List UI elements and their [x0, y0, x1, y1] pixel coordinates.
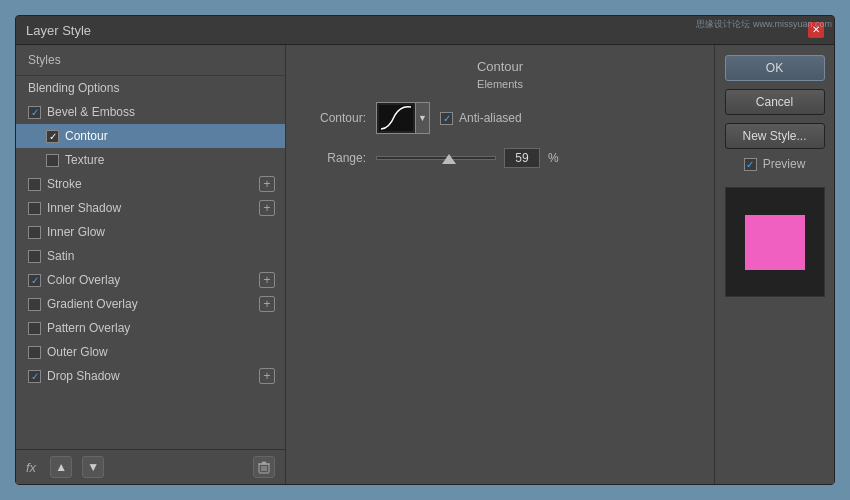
sub-title: Elements [306, 78, 694, 90]
sidebar-item-blending-options[interactable]: Blending Options [16, 76, 285, 100]
dialog-body: Styles Blending Options Bevel & Emboss C… [16, 45, 834, 484]
gradient-overlay-plus-button[interactable]: + [259, 296, 275, 312]
sidebar-item-color-overlay[interactable]: Color Overlay + [16, 268, 285, 292]
move-down-button[interactable]: ▼ [82, 456, 104, 478]
section-title: Contour [477, 59, 523, 74]
range-value[interactable]: 59 [504, 148, 540, 168]
color-overlay-checkbox[interactable] [28, 274, 41, 287]
range-slider[interactable] [376, 156, 496, 160]
bevel-emboss-label: Bevel & Emboss [47, 105, 135, 119]
delete-button[interactable] [253, 456, 275, 478]
stroke-plus-button[interactable]: + [259, 176, 275, 192]
sidebar-item-contour[interactable]: Contour [16, 124, 285, 148]
contour-picker-group: ▼ [376, 102, 430, 134]
outer-glow-label: Outer Glow [47, 345, 108, 359]
sidebar-item-pattern-overlay[interactable]: Pattern Overlay [16, 316, 285, 340]
new-style-button[interactable]: New Style... [725, 123, 825, 149]
contour-checkbox[interactable] [46, 130, 59, 143]
contour-label: Contour [65, 129, 108, 143]
left-panel: Styles Blending Options Bevel & Emboss C… [16, 45, 286, 484]
sidebar-item-outer-glow[interactable]: Outer Glow [16, 340, 285, 364]
ok-button[interactable]: OK [725, 55, 825, 81]
contour-preview-button[interactable] [376, 102, 416, 134]
preview-label-row: Preview [744, 157, 806, 171]
pattern-overlay-checkbox[interactable] [28, 322, 41, 335]
sidebar-item-gradient-overlay[interactable]: Gradient Overlay + [16, 292, 285, 316]
sidebar-item-stroke[interactable]: Stroke + [16, 172, 285, 196]
satin-label: Satin [47, 249, 74, 263]
range-field-label: Range: [306, 151, 366, 165]
preview-area [725, 187, 825, 297]
layer-style-dialog: 思缘设计论坛 www.missyuan.com Layer Style ✕ St… [15, 15, 835, 485]
sidebar-item-satin[interactable]: Satin [16, 244, 285, 268]
sidebar-item-inner-glow[interactable]: Inner Glow [16, 220, 285, 244]
drop-shadow-checkbox[interactable] [28, 370, 41, 383]
percent-label: % [548, 151, 559, 165]
dialog-title: Layer Style [26, 23, 91, 38]
contour-row: Contour: ▼ Anti-aliased [306, 102, 694, 134]
contour-field-label: Contour: [306, 111, 366, 125]
texture-checkbox[interactable] [46, 154, 59, 167]
fx-label: fx [26, 460, 36, 475]
stroke-checkbox[interactable] [28, 178, 41, 191]
cancel-button[interactable]: Cancel [725, 89, 825, 115]
pattern-overlay-label: Pattern Overlay [47, 321, 130, 335]
color-overlay-plus-button[interactable]: + [259, 272, 275, 288]
sidebar-item-bevel-emboss[interactable]: Bevel & Emboss [16, 100, 285, 124]
drop-shadow-label: Drop Shadow [47, 369, 120, 383]
watermark: 思缘设计论坛 www.missyuan.com [696, 18, 832, 31]
anti-aliased-checkbox[interactable] [440, 112, 453, 125]
styles-header: Styles [16, 45, 285, 76]
stroke-label: Stroke [47, 177, 82, 191]
sidebar-item-drop-shadow[interactable]: Drop Shadow + [16, 364, 285, 388]
sidebar-item-inner-shadow[interactable]: Inner Shadow + [16, 196, 285, 220]
right-panel: OK Cancel New Style... Preview [714, 45, 834, 484]
inner-glow-label: Inner Glow [47, 225, 105, 239]
style-list: Blending Options Bevel & Emboss Contour … [16, 76, 285, 449]
texture-label: Texture [65, 153, 104, 167]
anti-alias-label: Anti-aliased [459, 111, 522, 125]
trash-icon [258, 461, 270, 474]
blending-options-label: Blending Options [28, 81, 119, 95]
preview-checkbox[interactable] [744, 158, 757, 171]
satin-checkbox[interactable] [28, 250, 41, 263]
preview-label: Preview [763, 157, 806, 171]
contour-dropdown-button[interactable]: ▼ [416, 102, 430, 134]
inner-shadow-plus-button[interactable]: + [259, 200, 275, 216]
outer-glow-checkbox[interactable] [28, 346, 41, 359]
contour-curve-icon [379, 105, 413, 131]
bevel-emboss-checkbox[interactable] [28, 106, 41, 119]
slider-thumb[interactable] [442, 154, 456, 164]
range-slider-container: 59 % [376, 148, 559, 168]
inner-glow-checkbox[interactable] [28, 226, 41, 239]
preview-square [745, 215, 805, 270]
gradient-overlay-label: Gradient Overlay [47, 297, 138, 311]
sidebar-item-texture[interactable]: Texture [16, 148, 285, 172]
drop-shadow-plus-button[interactable]: + [259, 368, 275, 384]
gradient-overlay-checkbox[interactable] [28, 298, 41, 311]
move-up-button[interactable]: ▲ [50, 456, 72, 478]
anti-alias-row: Anti-aliased [440, 111, 522, 125]
svg-rect-6 [379, 105, 413, 131]
inner-shadow-label: Inner Shadow [47, 201, 121, 215]
middle-panel: Contour Elements Contour: ▼ [286, 45, 714, 484]
color-overlay-label: Color Overlay [47, 273, 120, 287]
range-row: Range: 59 % [306, 148, 694, 168]
inner-shadow-checkbox[interactable] [28, 202, 41, 215]
left-panel-footer: fx ▲ ▼ [16, 449, 285, 484]
